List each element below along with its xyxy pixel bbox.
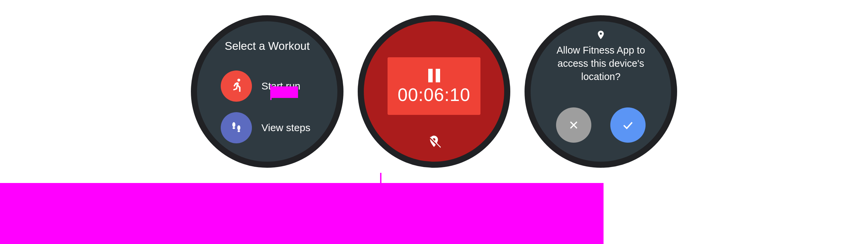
run-icon	[221, 70, 252, 102]
list-item-view-steps[interactable]: View steps	[221, 112, 311, 143]
watch-permission-dialog: Allow Fitness App to access this device'…	[525, 15, 677, 168]
list-item-label: View steps	[261, 122, 311, 134]
allow-button[interactable]	[610, 107, 646, 143]
pause-icon	[428, 69, 440, 82]
svg-rect-6	[429, 137, 440, 148]
timer-card[interactable]: 00:06:10	[388, 57, 480, 115]
annotation-measure	[271, 86, 298, 98]
svg-point-3	[237, 125, 240, 130]
check-icon	[621, 118, 635, 132]
location-off-icon[interactable]	[427, 135, 441, 149]
svg-point-0	[237, 79, 240, 81]
watch-row: Select a Workout Start run View steps	[0, 0, 868, 183]
svg-point-2	[233, 127, 235, 129]
timer-value: 00:06:10	[398, 84, 470, 105]
annotation-tick	[380, 173, 381, 183]
app-name: Fitness App	[583, 45, 634, 56]
dialog-actions	[531, 107, 671, 143]
location-pin-icon	[596, 29, 606, 42]
permission-prompt: Allow Fitness App to access this device'…	[544, 44, 657, 83]
deny-button[interactable]	[556, 107, 591, 143]
page-title: Select a Workout	[197, 40, 337, 53]
close-icon	[567, 119, 580, 131]
watch-timer: 00:06:10	[358, 15, 510, 168]
svg-point-4	[238, 130, 240, 132]
svg-point-1	[232, 122, 235, 127]
footsteps-icon	[221, 112, 252, 143]
annotation-band	[0, 183, 604, 244]
watch-workout-select: Select a Workout Start run View steps	[191, 15, 343, 168]
